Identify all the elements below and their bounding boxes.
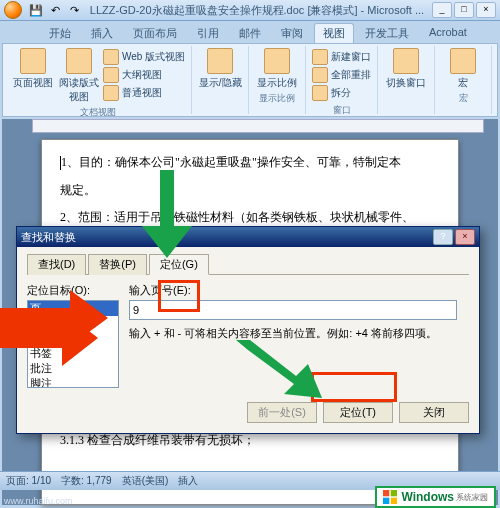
status-language[interactable]: 英语(美国) xyxy=(122,474,169,488)
btn-zoom[interactable]: 显示比例 xyxy=(255,48,299,90)
tab-insert[interactable]: 插入 xyxy=(82,23,122,43)
goto-target-label: 定位目标(O): xyxy=(27,283,119,298)
status-page[interactable]: 页面: 1/10 xyxy=(6,474,51,488)
tab-mailings[interactable]: 邮件 xyxy=(230,23,270,43)
maximize-button[interactable]: □ xyxy=(454,2,474,18)
dialog-tabs: 查找(D) 替换(P) 定位(G) xyxy=(27,253,469,275)
group-document-views-label: 文档视图 xyxy=(80,106,116,119)
show-hide-icon xyxy=(207,48,233,74)
dialog-body: 查找(D) 替换(P) 定位(G) 定位目标(O): 页 节 行 书签 批注 脚… xyxy=(17,247,479,433)
btn-outline[interactable]: 大纲视图 xyxy=(103,66,185,84)
qat-undo-icon[interactable]: ↶ xyxy=(47,2,63,18)
ruler[interactable] xyxy=(32,119,484,133)
tab-find[interactable]: 查找(D) xyxy=(27,254,86,275)
btn-goto[interactable]: 定位(T) xyxy=(323,402,393,423)
close-button[interactable]: × xyxy=(476,2,496,18)
btn-new-window[interactable]: 新建窗口 xyxy=(312,48,371,66)
windows-flag-icon xyxy=(383,490,397,504)
svg-rect-6 xyxy=(383,498,389,504)
btn-new-window-label: 新建窗口 xyxy=(331,50,371,64)
macros-icon xyxy=(450,48,476,74)
tab-acrobat[interactable]: Acrobat xyxy=(420,23,476,43)
minimize-button[interactable]: _ xyxy=(432,2,452,18)
group-macros: 宏 宏 xyxy=(435,46,492,114)
btn-switch-window-label: 切换窗口 xyxy=(386,76,426,90)
btn-split[interactable]: 拆分 xyxy=(312,84,371,102)
outline-icon xyxy=(103,67,119,83)
btn-macros[interactable]: 宏 xyxy=(441,48,485,90)
doc-text: 1、目的：确保本公司"永磁起重吸盘"操作安全、可靠，特制定本 xyxy=(61,155,401,169)
list-item[interactable]: 节 xyxy=(28,316,118,331)
btn-reading-layout[interactable]: 阅读版式视图 xyxy=(57,48,101,104)
quick-access-toolbar: 💾 ↶ ↷ xyxy=(28,2,82,18)
btn-draft[interactable]: 普通视图 xyxy=(103,84,185,102)
btn-web-layout[interactable]: Web 版式视图 xyxy=(103,48,185,66)
status-insert[interactable]: 插入 xyxy=(178,474,198,488)
btn-previous: 前一处(S) xyxy=(247,402,317,423)
new-window-icon xyxy=(312,49,328,65)
web-layout-icon xyxy=(103,49,119,65)
switch-window-icon xyxy=(393,48,419,74)
btn-macros-label: 宏 xyxy=(458,76,468,90)
btn-draft-label: 普通视图 xyxy=(122,86,162,100)
group-macros-label: 宏 xyxy=(459,92,468,105)
tab-home[interactable]: 开始 xyxy=(40,23,80,43)
doc-paragraph: 规定。 xyxy=(60,180,440,202)
btn-show-hide-label: 显示/隐藏 xyxy=(199,76,242,90)
svg-rect-7 xyxy=(391,498,397,504)
btn-arrange-all[interactable]: 全部重排 xyxy=(312,66,371,84)
list-item[interactable]: 书签 xyxy=(28,346,118,361)
dialog-close-button[interactable]: × xyxy=(455,229,475,245)
dialog-help-button[interactable]: ? xyxy=(433,229,453,245)
arrange-all-icon xyxy=(312,67,328,83)
tab-references[interactable]: 引用 xyxy=(188,23,228,43)
list-item[interactable]: 批注 xyxy=(28,361,118,376)
btn-web-layout-label: Web 版式视图 xyxy=(122,50,185,64)
find-replace-dialog: 查找和替换 ? × 查找(D) 替换(P) 定位(G) 定位目标(O): 页 节… xyxy=(16,226,480,434)
watermark-text: Windows xyxy=(401,490,454,504)
watermark-brand: Windows 系统家园 xyxy=(375,486,496,508)
btn-reading-layout-label: 阅读版式视图 xyxy=(57,76,101,104)
tab-replace[interactable]: 替换(P) xyxy=(88,254,147,275)
btn-arrange-all-label: 全部重排 xyxy=(331,68,371,82)
group-document-views: 页面视图 阅读版式视图 Web 版式视图 大纲视图 普通视图 文档视图 xyxy=(5,46,192,114)
btn-show-hide[interactable]: 显示/隐藏 xyxy=(198,48,242,90)
btn-print-layout-label: 页面视图 xyxy=(13,76,53,90)
ribbon: 页面视图 阅读版式视图 Web 版式视图 大纲视图 普通视图 文档视图 显示/隐… xyxy=(2,43,498,117)
btn-split-label: 拆分 xyxy=(331,86,351,100)
btn-zoom-label: 显示比例 xyxy=(257,76,297,90)
qat-save-icon[interactable]: 💾 xyxy=(28,2,44,18)
list-item[interactable]: 行 xyxy=(28,331,118,346)
group-switch-window: 切换窗口 xyxy=(378,46,435,114)
tab-goto[interactable]: 定位(G) xyxy=(149,254,209,275)
list-item[interactable]: 页 xyxy=(28,301,118,316)
office-button[interactable] xyxy=(4,1,22,19)
print-layout-icon xyxy=(20,48,46,74)
group-show-hide: 显示/隐藏 xyxy=(192,46,249,114)
svg-rect-4 xyxy=(383,490,389,496)
btn-close[interactable]: 关闭 xyxy=(399,402,469,423)
tab-view[interactable]: 视图 xyxy=(314,23,354,43)
btn-print-layout[interactable]: 页面视图 xyxy=(11,48,55,104)
reading-layout-icon xyxy=(66,48,92,74)
page-number-input[interactable] xyxy=(129,300,457,320)
titlebar: 💾 ↶ ↷ LLZZ-GD-20永磁起重吸盘安全操作规程.doc [兼容模式] … xyxy=(0,0,500,21)
group-zoom-label: 显示比例 xyxy=(259,92,295,105)
dialog-titlebar[interactable]: 查找和替换 ? × xyxy=(17,227,479,247)
zoom-icon xyxy=(264,48,290,74)
list-item[interactable]: 脚注 xyxy=(28,376,118,388)
btn-outline-label: 大纲视图 xyxy=(122,68,162,82)
window-title: LLZZ-GD-20永磁起重吸盘安全操作规程.doc [兼容模式] - Micr… xyxy=(82,3,432,18)
tab-page-layout[interactable]: 页面布局 xyxy=(124,23,186,43)
window-controls: _ □ × xyxy=(432,2,496,18)
status-words[interactable]: 字数: 1,779 xyxy=(61,474,112,488)
split-icon xyxy=(312,85,328,101)
draft-icon xyxy=(103,85,119,101)
btn-switch-window[interactable]: 切换窗口 xyxy=(384,48,428,90)
tab-developer[interactable]: 开发工具 xyxy=(356,23,418,43)
watermark-sub: 系统家园 xyxy=(456,492,488,503)
goto-target-listbox[interactable]: 页 节 行 书签 批注 脚注 xyxy=(27,300,119,388)
goto-hint: 输入 + 和 - 可将相关内容移至当前位置。例如: +4 将前移四项。 xyxy=(129,326,469,341)
tab-review[interactable]: 审阅 xyxy=(272,23,312,43)
qat-redo-icon[interactable]: ↷ xyxy=(66,2,82,18)
